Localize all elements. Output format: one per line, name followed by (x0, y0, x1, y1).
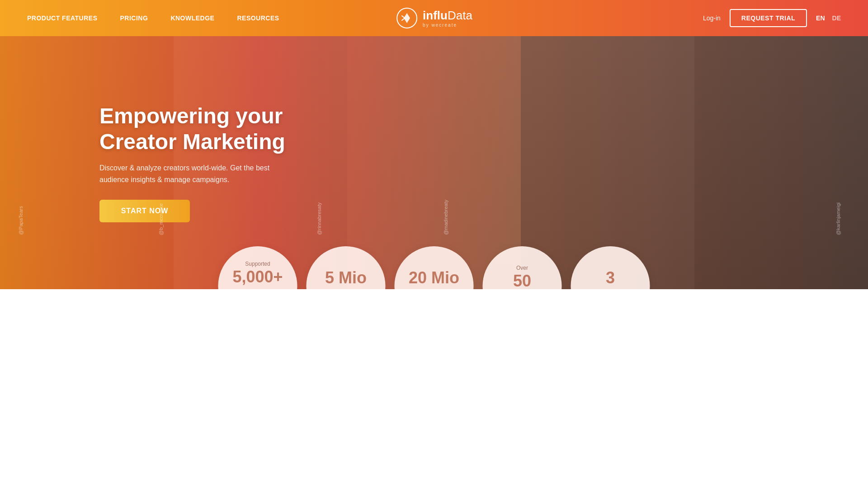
nav-pricing[interactable]: PRICING (120, 14, 148, 22)
hero-content: Empowering your Creator Marketing Discov… (0, 0, 868, 289)
lang-de[interactable]: DE (832, 14, 841, 22)
stat-creators-label-bottom: Social Media Creators (419, 289, 450, 289)
stat-campaigns: Supported 5,000+ Influencer Marketing Ca… (218, 246, 297, 289)
navbar: PRODUCT FEATURES PRICING KNOWLEDGE RESOU… (0, 0, 868, 36)
request-trial-button[interactable]: REQUEST TRIAL (730, 9, 807, 27)
stat-campaigns-label-bottom: Influencer Marketing Campaigns (244, 288, 272, 289)
nav-right: Log-in REQUEST TRIAL EN DE (703, 9, 841, 27)
nav-product-features[interactable]: PRODUCT FEATURES (27, 14, 98, 22)
stats-section: Supported 5,000+ Influencer Marketing Ca… (218, 246, 650, 289)
hero-section: @PapaTears @b_mccracke @rinnabresaty @ma… (0, 0, 868, 289)
stat-campaigns-label-top: Supported (245, 261, 270, 267)
stat-metrics-number: 50 (513, 273, 531, 289)
hero-subtitle: Discover & analyze creators world-wide. … (99, 162, 298, 185)
stat-platforms: 3 Social Media Platforms (571, 246, 650, 289)
stat-brand-profiles: 5 Mio Social Media Brand Profiles (307, 246, 386, 289)
hero-title: Empowering your Creator Marketing (99, 103, 335, 155)
social-handle-2: @b_mccracke (158, 203, 164, 235)
logo-text-container: influData by wecreate (423, 9, 472, 28)
nav-resources[interactable]: RESOURCES (237, 14, 279, 22)
stat-metrics: Over 50 Metrics & Analytics (483, 246, 562, 289)
stat-creators-number: 20 Mio (409, 270, 459, 286)
social-handle-1: @PapaTears (18, 206, 24, 235)
lang-en[interactable]: EN (816, 14, 825, 22)
social-handle-5: @karlinjameigi (835, 202, 841, 235)
hero-title-line2: Creator Marketing (99, 130, 285, 154)
hero-title-line1: Empowering your (99, 104, 283, 128)
logo-light: Data (448, 9, 472, 22)
stat-brand-profiles-label-bottom: Social Media Brand Profiles (329, 289, 363, 289)
logo[interactable]: influData by wecreate (396, 7, 472, 29)
logo-icon (396, 7, 418, 29)
stat-platforms-label-bottom: Social Media Platforms (595, 289, 626, 289)
stat-campaigns-number: 5,000+ (232, 269, 283, 285)
social-handle-3: @rinnabresaty (316, 202, 322, 235)
logo-bold: influ (423, 9, 448, 22)
stat-metrics-label-top: Over (516, 265, 528, 271)
stat-creators: 20 Mio Social Media Creators (395, 246, 474, 289)
login-button[interactable]: Log-in (703, 14, 721, 22)
start-now-button[interactable]: START NOW (99, 200, 190, 222)
logo-subtitle: by wecreate (423, 23, 472, 28)
nav-knowledge[interactable]: KNOWLEDGE (170, 14, 214, 22)
stat-brand-profiles-number: 5 Mio (325, 270, 367, 286)
social-handle-4: @madinebreaty (443, 200, 448, 235)
stat-platforms-number: 3 (606, 270, 615, 286)
nav-left: PRODUCT FEATURES PRICING KNOWLEDGE RESOU… (27, 14, 279, 22)
language-switcher: EN DE (816, 14, 841, 22)
